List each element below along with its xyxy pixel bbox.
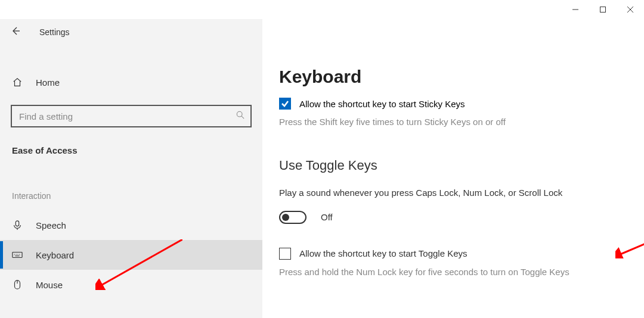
toggle-keys-heading: Use Toggle Keys bbox=[279, 158, 627, 173]
toggle-keys-shortcut-checkbox[interactable] bbox=[279, 248, 291, 260]
svg-point-12 bbox=[19, 254, 20, 254]
group-label: Interaction bbox=[0, 191, 262, 201]
home-nav[interactable]: Home bbox=[0, 70, 262, 94]
sidebar-item-mouse[interactable]: Mouse bbox=[0, 270, 262, 300]
svg-point-10 bbox=[16, 254, 17, 254]
sidebar-item-keyboard[interactable]: Keyboard bbox=[0, 240, 262, 270]
toggle-keys-switch[interactable] bbox=[279, 211, 306, 224]
svg-point-9 bbox=[14, 254, 15, 254]
svg-line-6 bbox=[242, 116, 244, 119]
close-button[interactable] bbox=[617, 0, 644, 19]
settings-title: Settings bbox=[39, 27, 70, 37]
search-input[interactable] bbox=[19, 111, 236, 121]
window-controls bbox=[0, 0, 644, 19]
maximize-button[interactable] bbox=[589, 0, 617, 19]
sticky-keys-shortcut-checkbox[interactable] bbox=[279, 98, 291, 110]
sticky-keys-desc: Press the Shift key five times to turn S… bbox=[279, 116, 627, 128]
svg-point-11 bbox=[17, 254, 18, 254]
page-title: Keyboard bbox=[279, 67, 627, 87]
search-box[interactable] bbox=[11, 105, 252, 127]
toggle-keys-shortcut-desc: Press and hold the Num Lock key for five… bbox=[279, 266, 627, 278]
sidebar-item-label: Mouse bbox=[36, 280, 63, 290]
toggle-keys-desc: Play a sound whenever you press Caps Loc… bbox=[279, 186, 613, 200]
mouse-icon bbox=[12, 279, 36, 290]
sidebar-item-speech[interactable]: Speech bbox=[0, 210, 262, 240]
svg-rect-7 bbox=[16, 221, 18, 226]
toggle-keys-state: Off bbox=[321, 212, 333, 222]
home-label: Home bbox=[36, 77, 60, 88]
mic-icon bbox=[12, 220, 36, 230]
search-icon bbox=[236, 111, 244, 121]
svg-rect-1 bbox=[600, 7, 606, 13]
minimize-button[interactable] bbox=[562, 0, 589, 19]
sidebar-item-label: Keyboard bbox=[36, 250, 74, 260]
content: Keyboard Allow the shortcut key to start… bbox=[262, 19, 644, 318]
toggle-keys-shortcut-label: Allow the shortcut key to start Toggle K… bbox=[299, 248, 467, 258]
home-icon bbox=[12, 77, 36, 88]
category-heading: Ease of Access bbox=[0, 145, 262, 155]
sticky-keys-shortcut-label: Allow the shortcut key to start Sticky K… bbox=[299, 99, 465, 109]
back-button[interactable] bbox=[11, 26, 21, 38]
keyboard-icon bbox=[12, 250, 36, 260]
sidebar-item-label: Speech bbox=[36, 220, 66, 230]
svg-rect-8 bbox=[13, 252, 22, 258]
sidebar: Settings Home Ease of Access Interaction… bbox=[0, 19, 262, 318]
